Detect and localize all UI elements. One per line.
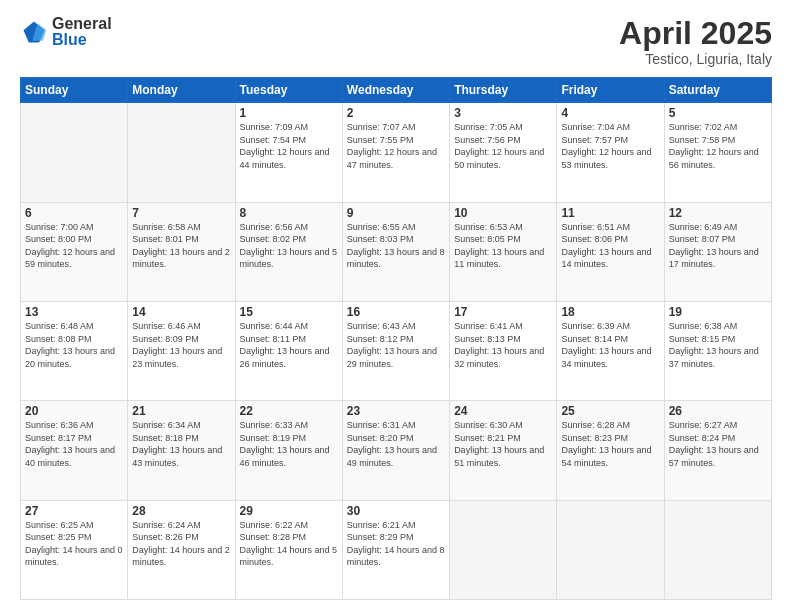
col-sunday: Sunday xyxy=(21,78,128,103)
table-row: 22Sunrise: 6:33 AM Sunset: 8:19 PM Dayli… xyxy=(235,401,342,500)
day-info: Sunrise: 6:53 AM Sunset: 8:05 PM Dayligh… xyxy=(454,221,552,271)
day-number: 3 xyxy=(454,106,552,120)
table-row: 16Sunrise: 6:43 AM Sunset: 8:12 PM Dayli… xyxy=(342,301,449,400)
day-info: Sunrise: 6:22 AM Sunset: 8:28 PM Dayligh… xyxy=(240,519,338,569)
day-number: 18 xyxy=(561,305,659,319)
day-info: Sunrise: 6:44 AM Sunset: 8:11 PM Dayligh… xyxy=(240,320,338,370)
location-title: Testico, Liguria, Italy xyxy=(619,51,772,67)
day-number: 9 xyxy=(347,206,445,220)
calendar-week-1: 1Sunrise: 7:09 AM Sunset: 7:54 PM Daylig… xyxy=(21,103,772,202)
day-number: 4 xyxy=(561,106,659,120)
day-info: Sunrise: 6:56 AM Sunset: 8:02 PM Dayligh… xyxy=(240,221,338,271)
table-row: 4Sunrise: 7:04 AM Sunset: 7:57 PM Daylig… xyxy=(557,103,664,202)
calendar-week-3: 13Sunrise: 6:48 AM Sunset: 8:08 PM Dayli… xyxy=(21,301,772,400)
table-row: 14Sunrise: 6:46 AM Sunset: 8:09 PM Dayli… xyxy=(128,301,235,400)
table-row: 8Sunrise: 6:56 AM Sunset: 8:02 PM Daylig… xyxy=(235,202,342,301)
day-info: Sunrise: 6:43 AM Sunset: 8:12 PM Dayligh… xyxy=(347,320,445,370)
day-number: 11 xyxy=(561,206,659,220)
day-info: Sunrise: 6:28 AM Sunset: 8:23 PM Dayligh… xyxy=(561,419,659,469)
table-row: 17Sunrise: 6:41 AM Sunset: 8:13 PM Dayli… xyxy=(450,301,557,400)
table-row: 25Sunrise: 6:28 AM Sunset: 8:23 PM Dayli… xyxy=(557,401,664,500)
calendar-week-2: 6Sunrise: 7:00 AM Sunset: 8:00 PM Daylig… xyxy=(21,202,772,301)
day-info: Sunrise: 6:48 AM Sunset: 8:08 PM Dayligh… xyxy=(25,320,123,370)
table-row: 23Sunrise: 6:31 AM Sunset: 8:20 PM Dayli… xyxy=(342,401,449,500)
day-number: 8 xyxy=(240,206,338,220)
table-row xyxy=(450,500,557,599)
day-info: Sunrise: 6:46 AM Sunset: 8:09 PM Dayligh… xyxy=(132,320,230,370)
table-row xyxy=(664,500,771,599)
calendar-header-row: Sunday Monday Tuesday Wednesday Thursday… xyxy=(21,78,772,103)
calendar-week-4: 20Sunrise: 6:36 AM Sunset: 8:17 PM Dayli… xyxy=(21,401,772,500)
title-block: April 2025 Testico, Liguria, Italy xyxy=(619,16,772,67)
logo: General Blue xyxy=(20,16,112,48)
day-info: Sunrise: 6:55 AM Sunset: 8:03 PM Dayligh… xyxy=(347,221,445,271)
table-row: 6Sunrise: 7:00 AM Sunset: 8:00 PM Daylig… xyxy=(21,202,128,301)
header: General Blue April 2025 Testico, Liguria… xyxy=(20,16,772,67)
table-row: 15Sunrise: 6:44 AM Sunset: 8:11 PM Dayli… xyxy=(235,301,342,400)
table-row: 10Sunrise: 6:53 AM Sunset: 8:05 PM Dayli… xyxy=(450,202,557,301)
day-number: 16 xyxy=(347,305,445,319)
day-info: Sunrise: 6:21 AM Sunset: 8:29 PM Dayligh… xyxy=(347,519,445,569)
day-info: Sunrise: 6:34 AM Sunset: 8:18 PM Dayligh… xyxy=(132,419,230,469)
table-row: 9Sunrise: 6:55 AM Sunset: 8:03 PM Daylig… xyxy=(342,202,449,301)
day-number: 20 xyxy=(25,404,123,418)
table-row: 13Sunrise: 6:48 AM Sunset: 8:08 PM Dayli… xyxy=(21,301,128,400)
col-friday: Friday xyxy=(557,78,664,103)
day-info: Sunrise: 6:33 AM Sunset: 8:19 PM Dayligh… xyxy=(240,419,338,469)
table-row: 30Sunrise: 6:21 AM Sunset: 8:29 PM Dayli… xyxy=(342,500,449,599)
day-number: 10 xyxy=(454,206,552,220)
day-info: Sunrise: 6:58 AM Sunset: 8:01 PM Dayligh… xyxy=(132,221,230,271)
day-number: 23 xyxy=(347,404,445,418)
logo-general-text: General xyxy=(52,16,112,32)
day-info: Sunrise: 6:41 AM Sunset: 8:13 PM Dayligh… xyxy=(454,320,552,370)
logo-blue-text: Blue xyxy=(52,32,112,48)
table-row: 26Sunrise: 6:27 AM Sunset: 8:24 PM Dayli… xyxy=(664,401,771,500)
table-row: 29Sunrise: 6:22 AM Sunset: 8:28 PM Dayli… xyxy=(235,500,342,599)
day-number: 7 xyxy=(132,206,230,220)
table-row xyxy=(21,103,128,202)
day-info: Sunrise: 6:36 AM Sunset: 8:17 PM Dayligh… xyxy=(25,419,123,469)
day-number: 19 xyxy=(669,305,767,319)
day-number: 2 xyxy=(347,106,445,120)
month-title: April 2025 xyxy=(619,16,772,51)
table-row: 24Sunrise: 6:30 AM Sunset: 8:21 PM Dayli… xyxy=(450,401,557,500)
day-number: 6 xyxy=(25,206,123,220)
logo-icon xyxy=(20,18,48,46)
day-number: 13 xyxy=(25,305,123,319)
day-info: Sunrise: 7:04 AM Sunset: 7:57 PM Dayligh… xyxy=(561,121,659,171)
table-row: 28Sunrise: 6:24 AM Sunset: 8:26 PM Dayli… xyxy=(128,500,235,599)
day-number: 26 xyxy=(669,404,767,418)
col-saturday: Saturday xyxy=(664,78,771,103)
day-number: 17 xyxy=(454,305,552,319)
col-tuesday: Tuesday xyxy=(235,78,342,103)
day-info: Sunrise: 6:49 AM Sunset: 8:07 PM Dayligh… xyxy=(669,221,767,271)
day-number: 21 xyxy=(132,404,230,418)
table-row: 19Sunrise: 6:38 AM Sunset: 8:15 PM Dayli… xyxy=(664,301,771,400)
day-info: Sunrise: 6:39 AM Sunset: 8:14 PM Dayligh… xyxy=(561,320,659,370)
calendar-week-5: 27Sunrise: 6:25 AM Sunset: 8:25 PM Dayli… xyxy=(21,500,772,599)
day-info: Sunrise: 6:38 AM Sunset: 8:15 PM Dayligh… xyxy=(669,320,767,370)
day-info: Sunrise: 7:05 AM Sunset: 7:56 PM Dayligh… xyxy=(454,121,552,171)
day-info: Sunrise: 7:02 AM Sunset: 7:58 PM Dayligh… xyxy=(669,121,767,171)
day-number: 22 xyxy=(240,404,338,418)
table-row: 1Sunrise: 7:09 AM Sunset: 7:54 PM Daylig… xyxy=(235,103,342,202)
day-info: Sunrise: 6:27 AM Sunset: 8:24 PM Dayligh… xyxy=(669,419,767,469)
table-row: 11Sunrise: 6:51 AM Sunset: 8:06 PM Dayli… xyxy=(557,202,664,301)
table-row: 18Sunrise: 6:39 AM Sunset: 8:14 PM Dayli… xyxy=(557,301,664,400)
col-wednesday: Wednesday xyxy=(342,78,449,103)
day-number: 12 xyxy=(669,206,767,220)
day-number: 5 xyxy=(669,106,767,120)
table-row: 20Sunrise: 6:36 AM Sunset: 8:17 PM Dayli… xyxy=(21,401,128,500)
page: General Blue April 2025 Testico, Liguria… xyxy=(0,0,792,612)
col-thursday: Thursday xyxy=(450,78,557,103)
day-info: Sunrise: 6:25 AM Sunset: 8:25 PM Dayligh… xyxy=(25,519,123,569)
table-row: 27Sunrise: 6:25 AM Sunset: 8:25 PM Dayli… xyxy=(21,500,128,599)
day-number: 27 xyxy=(25,504,123,518)
table-row: 5Sunrise: 7:02 AM Sunset: 7:58 PM Daylig… xyxy=(664,103,771,202)
day-info: Sunrise: 6:24 AM Sunset: 8:26 PM Dayligh… xyxy=(132,519,230,569)
day-info: Sunrise: 7:09 AM Sunset: 7:54 PM Dayligh… xyxy=(240,121,338,171)
table-row: 7Sunrise: 6:58 AM Sunset: 8:01 PM Daylig… xyxy=(128,202,235,301)
day-number: 28 xyxy=(132,504,230,518)
table-row: 21Sunrise: 6:34 AM Sunset: 8:18 PM Dayli… xyxy=(128,401,235,500)
day-info: Sunrise: 6:31 AM Sunset: 8:20 PM Dayligh… xyxy=(347,419,445,469)
